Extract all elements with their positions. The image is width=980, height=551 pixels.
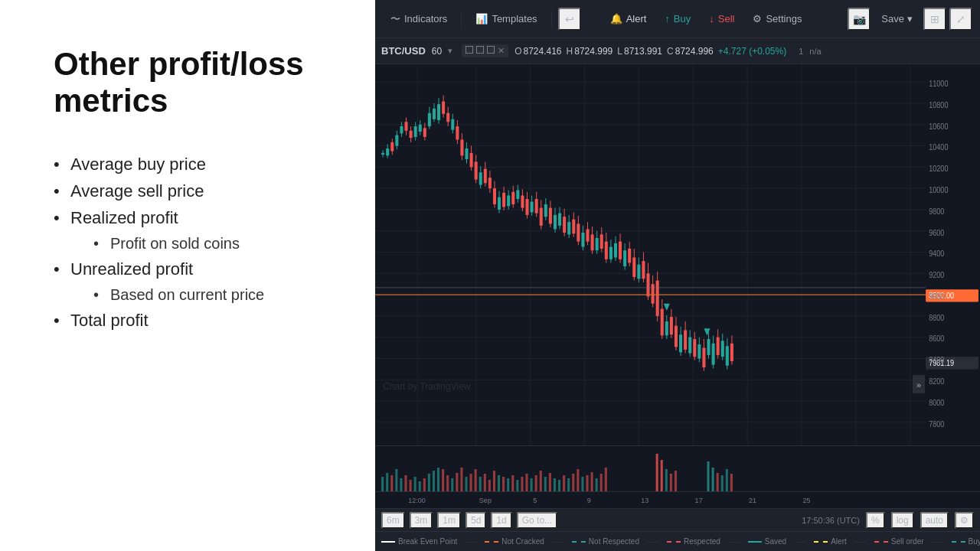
svg-rect-254 bbox=[661, 460, 663, 492]
svg-rect-222 bbox=[465, 477, 467, 492]
svg-rect-247 bbox=[581, 477, 583, 492]
list-item-unrealized: Unrealized profit Based on current price bbox=[54, 256, 337, 307]
svg-rect-207 bbox=[395, 469, 397, 492]
svg-rect-227 bbox=[488, 480, 491, 492]
svg-text:13: 13 bbox=[641, 497, 648, 504]
buy-button[interactable]: ↑ Buy bbox=[657, 9, 698, 28]
svg-text:10800: 10800 bbox=[929, 100, 949, 109]
time-axis: 12:00 Sep 5 9 13 17 21 25 bbox=[375, 491, 980, 508]
svg-text:9: 9 bbox=[587, 497, 591, 504]
svg-rect-226 bbox=[484, 474, 486, 492]
svg-rect-223 bbox=[470, 474, 472, 492]
layout-icon: ⊞ bbox=[930, 13, 939, 25]
1m-button[interactable]: 1m bbox=[437, 512, 461, 529]
legend-respected: Respected bbox=[667, 537, 720, 546]
svg-text:8600: 8600 bbox=[929, 334, 945, 344]
fullscreen-icon: ⤢ bbox=[956, 13, 965, 25]
svg-text:7800: 7800 bbox=[929, 419, 945, 429]
bell-icon: 🔔 bbox=[610, 13, 622, 24]
svg-rect-255 bbox=[665, 469, 668, 492]
svg-rect-204 bbox=[381, 477, 384, 492]
ohlc-square-3 bbox=[487, 46, 495, 54]
goto-button[interactable]: Go to... bbox=[517, 512, 557, 529]
svg-rect-208 bbox=[400, 478, 402, 492]
dropdown-arrow: ▾ bbox=[448, 46, 452, 56]
svg-rect-245 bbox=[572, 474, 574, 492]
timestamp-label: 17:50:36 (UTC) bbox=[802, 516, 860, 525]
sub-item-current-price: Based on current price bbox=[93, 282, 337, 307]
svg-text:9000: 9000 bbox=[929, 292, 945, 301]
main-title: Other profit/lossmetrics bbox=[54, 46, 337, 120]
svg-rect-231 bbox=[507, 478, 509, 492]
svg-rect-232 bbox=[511, 475, 514, 492]
symbol-label: BTC/USD bbox=[381, 45, 426, 57]
list-item-realized: Realized profit Profit on sold coins bbox=[54, 204, 337, 256]
layout-button[interactable]: ⊞ bbox=[923, 8, 946, 31]
svg-rect-210 bbox=[410, 480, 412, 492]
svg-text:9600: 9600 bbox=[929, 228, 945, 237]
sell-button[interactable]: ↓ Sell bbox=[701, 9, 742, 28]
fullscreen-button[interactable]: ⤢ bbox=[949, 8, 972, 31]
svg-rect-242 bbox=[558, 480, 560, 492]
volume-svg bbox=[375, 446, 980, 492]
svg-rect-218 bbox=[446, 475, 449, 492]
templates-icon: 📊 bbox=[475, 13, 488, 24]
indicators-icon: 〜 bbox=[390, 12, 400, 26]
settings-gear-button[interactable]: ⚙ bbox=[955, 512, 974, 529]
svg-text:11000: 11000 bbox=[929, 79, 949, 88]
5d-button[interactable]: 5d bbox=[466, 512, 486, 529]
timeframe-label: 60 bbox=[432, 46, 442, 57]
3m-button[interactable]: 3m bbox=[410, 512, 433, 529]
svg-text:Sep: Sep bbox=[479, 497, 492, 504]
legend-saved: Saved bbox=[748, 537, 786, 546]
svg-text:17: 17 bbox=[695, 497, 703, 504]
bullet-list: Average buy price Average sell price Rea… bbox=[54, 151, 337, 334]
svg-rect-225 bbox=[479, 477, 482, 492]
svg-text:10200: 10200 bbox=[929, 165, 949, 174]
undo-button[interactable]: ↩ bbox=[558, 8, 581, 31]
svg-rect-246 bbox=[577, 469, 579, 492]
close-x: ✕ bbox=[498, 46, 505, 56]
chart-area[interactable]: 8500.00 7981.19 11000 10800 10600 10400 … bbox=[375, 64, 980, 445]
list-item-avg-buy: Average buy price bbox=[54, 151, 337, 178]
svg-rect-214 bbox=[428, 474, 430, 492]
svg-text:8200: 8200 bbox=[929, 377, 945, 386]
chevron-down-icon: ▾ bbox=[907, 13, 913, 24]
expand-button[interactable]: » bbox=[913, 375, 925, 393]
svg-text:9400: 9400 bbox=[929, 249, 945, 259]
svg-rect-212 bbox=[419, 481, 421, 492]
1d-button[interactable]: 1d bbox=[491, 512, 511, 529]
settings-button[interactable]: ⚙ Settings bbox=[745, 9, 809, 28]
chart-svg: 8500.00 7981.19 11000 10800 10600 10400 … bbox=[375, 64, 980, 445]
indicators-button[interactable]: 〜 Indicators bbox=[383, 8, 455, 30]
camera-button[interactable]: 📷 bbox=[848, 8, 871, 31]
templates-button[interactable]: 📊 Templates bbox=[468, 9, 544, 28]
alert-button[interactable]: 🔔 Alert bbox=[603, 9, 655, 28]
low-label: L8713.991 bbox=[617, 46, 662, 57]
list-item-avg-sell: Average sell price bbox=[54, 178, 337, 204]
6m-button[interactable]: 6m bbox=[381, 512, 405, 529]
pct-button[interactable]: % bbox=[866, 512, 885, 529]
legend-bar: Break Even Point — Not Cracked — Not Res… bbox=[375, 531, 980, 551]
camera-icon: 📷 bbox=[853, 13, 866, 25]
svg-rect-256 bbox=[670, 474, 672, 492]
svg-rect-217 bbox=[442, 469, 444, 492]
save-button[interactable]: Save ▾ bbox=[874, 9, 920, 28]
svg-rect-238 bbox=[540, 471, 542, 492]
toolbar-right: 📷 Save ▾ ⊞ ⤢ bbox=[848, 8, 972, 31]
multiplier: 1 bbox=[799, 47, 803, 56]
svg-text:12:00: 12:00 bbox=[408, 497, 426, 504]
svg-rect-262 bbox=[726, 469, 728, 492]
auto-button[interactable]: auto bbox=[920, 512, 949, 529]
svg-rect-215 bbox=[433, 471, 435, 492]
high-label: H8724.999 bbox=[567, 46, 613, 57]
left-panel: Other profit/lossmetrics Average buy pri… bbox=[0, 0, 375, 551]
legend-breakeven: Break Even Point bbox=[381, 537, 457, 546]
svg-rect-258 bbox=[707, 461, 709, 492]
svg-text:21: 21 bbox=[749, 497, 756, 504]
svg-rect-249 bbox=[591, 472, 593, 492]
expand-icon: » bbox=[916, 380, 921, 390]
svg-text:25: 25 bbox=[803, 497, 811, 504]
sub-item-profit-sold: Profit on sold coins bbox=[93, 231, 337, 256]
log-button[interactable]: log bbox=[891, 512, 914, 529]
